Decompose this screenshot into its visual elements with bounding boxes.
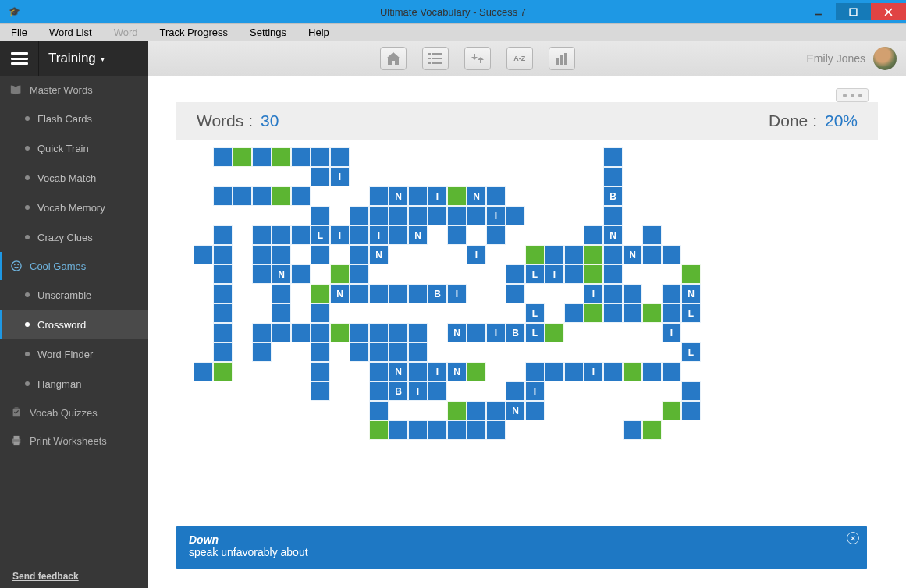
sidebar-item-crazy-clues[interactable]: Crazy Clues <box>0 222 148 252</box>
menu-track-progress[interactable]: Track Progress <box>159 27 228 38</box>
crossword-cell[interactable] <box>564 264 584 284</box>
crossword-cell[interactable] <box>584 264 603 284</box>
sidebar-item-quick-train[interactable]: Quick Train <box>0 133 148 163</box>
crossword-cell[interactable] <box>525 362 545 381</box>
crossword-cell[interactable] <box>506 206 525 225</box>
crossword-cell[interactable] <box>428 381 447 401</box>
crossword-cell[interactable] <box>311 303 330 323</box>
menu-help[interactable]: Help <box>308 27 329 38</box>
crossword-cell[interactable] <box>623 303 642 323</box>
crossword-cell[interactable] <box>525 245 545 264</box>
crossword-cell[interactable] <box>428 420 447 440</box>
crossword-cell[interactable] <box>311 206 330 225</box>
crossword-cell[interactable] <box>389 284 408 303</box>
crossword-cell[interactable] <box>369 186 389 206</box>
crossword-cell[interactable]: I <box>662 323 681 342</box>
sidebar-section-master-words[interactable]: Master Words <box>0 76 148 104</box>
crossword-cell[interactable]: I <box>428 186 447 206</box>
list-button[interactable] <box>422 47 449 70</box>
crossword-cell[interactable] <box>408 206 428 225</box>
crossword-cell[interactable] <box>233 186 252 206</box>
crossword-cell[interactable] <box>486 225 506 245</box>
crossword-cell[interactable] <box>467 420 486 440</box>
crossword-cell[interactable] <box>564 303 584 323</box>
crossword-cell[interactable] <box>603 206 623 225</box>
crossword-cell[interactable] <box>369 284 389 303</box>
crossword-cell[interactable] <box>408 362 428 381</box>
crossword-cell[interactable] <box>369 342 389 362</box>
crossword-cell[interactable] <box>291 323 311 342</box>
crossword-cell[interactable] <box>291 225 311 245</box>
crossword-cell[interactable] <box>662 284 681 303</box>
crossword-cell[interactable] <box>252 186 272 206</box>
crossword-cell[interactable]: N <box>447 323 467 342</box>
crossword-cell[interactable] <box>194 245 213 264</box>
crossword-cell[interactable] <box>369 323 389 342</box>
crossword-cell[interactable] <box>194 362 213 381</box>
crossword-cell[interactable] <box>467 323 486 342</box>
crossword-cell[interactable] <box>311 147 330 167</box>
crossword-cell[interactable] <box>506 284 525 303</box>
crossword-cell[interactable] <box>545 245 564 264</box>
crossword-cell[interactable] <box>662 245 681 264</box>
crossword-cell[interactable] <box>642 303 662 323</box>
crossword-cell[interactable] <box>350 323 369 342</box>
crossword-cell[interactable]: I <box>428 362 447 381</box>
crossword-cell[interactable]: B <box>428 284 447 303</box>
crossword-cell[interactable]: L <box>681 342 701 362</box>
sidebar-item-word-finder[interactable]: Word Finder <box>0 339 148 369</box>
sidebar-item-crossword[interactable]: Crossword <box>0 310 148 339</box>
crossword-cell[interactable]: N <box>369 245 389 264</box>
crossword-cell[interactable]: I <box>447 284 467 303</box>
crossword-cell[interactable] <box>369 420 389 440</box>
crossword-cell[interactable] <box>311 323 330 342</box>
crossword-cell[interactable] <box>389 342 408 362</box>
crossword-cell[interactable]: N <box>506 401 525 420</box>
az-button[interactable]: A-Z <box>506 47 533 70</box>
crossword-cell[interactable] <box>389 420 408 440</box>
crossword-cell[interactable] <box>213 303 233 323</box>
crossword-cell[interactable]: N <box>408 225 428 245</box>
sidebar-item-unscramble[interactable]: Unscramble <box>0 280 148 310</box>
crossword-cell[interactable] <box>350 264 369 284</box>
swap-button[interactable] <box>464 47 491 70</box>
crossword-cell[interactable]: L <box>525 264 545 284</box>
crossword-cell[interactable] <box>213 186 233 206</box>
crossword-cell[interactable] <box>213 342 233 362</box>
crossword-cell[interactable] <box>447 420 467 440</box>
crossword-cell[interactable] <box>350 284 369 303</box>
crossword-cell[interactable]: I <box>545 264 564 284</box>
crossword-cell[interactable] <box>350 245 369 264</box>
menu-toggle-button[interactable] <box>0 41 39 76</box>
crossword-cell[interactable] <box>642 225 662 245</box>
crossword-cell[interactable] <box>623 420 642 440</box>
crossword-cell[interactable] <box>272 284 291 303</box>
crossword-cell[interactable] <box>213 147 233 167</box>
crossword-cell[interactable] <box>642 362 662 381</box>
stats-button[interactable] <box>549 47 575 70</box>
crossword-cell[interactable] <box>467 206 486 225</box>
crossword-cell[interactable]: N <box>681 284 701 303</box>
crossword-cell[interactable] <box>252 342 272 362</box>
crossword-cell[interactable] <box>564 362 584 381</box>
crossword-cell[interactable] <box>681 401 701 420</box>
crossword-cell[interactable]: I <box>408 381 428 401</box>
crossword-cell[interactable] <box>213 284 233 303</box>
crossword-cell[interactable] <box>311 245 330 264</box>
home-button[interactable] <box>380 47 407 70</box>
crossword-cell[interactable] <box>330 147 350 167</box>
crossword-cell[interactable] <box>447 401 467 420</box>
crossword-cell[interactable] <box>603 147 623 167</box>
crossword-cell[interactable]: N <box>389 186 408 206</box>
crossword-cell[interactable]: B <box>603 186 623 206</box>
sidebar-section-cool-games[interactable]: Cool Games <box>0 252 148 280</box>
crossword-cell[interactable]: L <box>311 225 330 245</box>
crossword-cell[interactable]: I <box>467 245 486 264</box>
crossword-cell[interactable] <box>603 264 623 284</box>
crossword-cell[interactable] <box>291 264 311 284</box>
crossword-cell[interactable]: N <box>330 284 350 303</box>
crossword-cell[interactable] <box>272 245 291 264</box>
crossword-cell[interactable] <box>252 323 272 342</box>
crossword-cell[interactable] <box>525 401 545 420</box>
crossword-cell[interactable]: B <box>389 381 408 401</box>
